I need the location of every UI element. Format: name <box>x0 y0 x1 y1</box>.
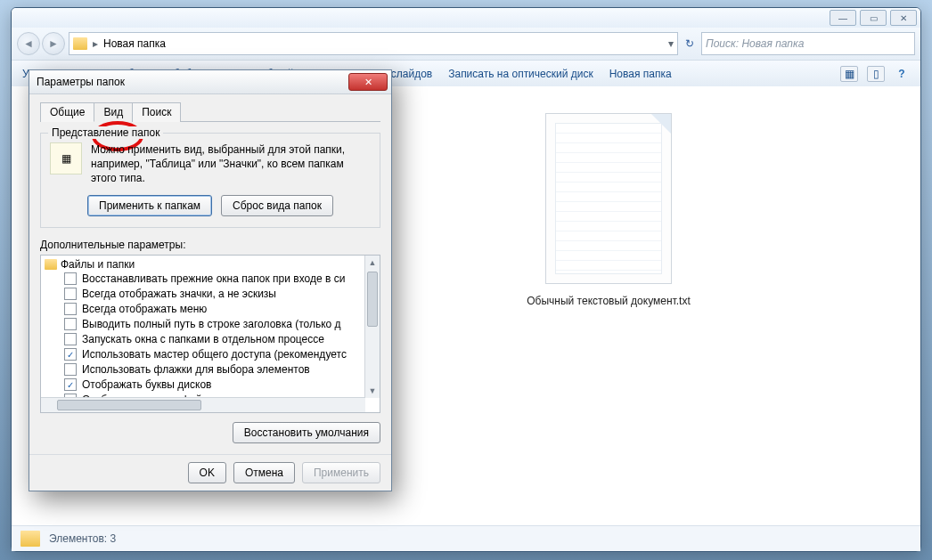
advanced-tree[interactable]: Файлы и папки Восстанавливать прежние ок… <box>40 255 380 413</box>
file-item-txt[interactable]: Обычный текстовый документ.txt <box>519 113 698 307</box>
folder-icon <box>45 259 57 270</box>
group-legend: Представление папок <box>48 126 163 139</box>
cancel-button[interactable]: Отмена <box>233 462 295 483</box>
view-options-icon[interactable]: ▦ <box>840 66 858 82</box>
tree-hscrollbar[interactable] <box>41 397 365 412</box>
folder-options-dialog: Параметры папок ✕ Общие Вид Поиск Предст… <box>29 69 392 491</box>
preview-pane-icon[interactable]: ▯ <box>867 66 885 82</box>
address-bar[interactable]: ▸ Новая папка ▾ <box>69 32 678 55</box>
checkbox[interactable] <box>64 272 77 285</box>
checkbox[interactable] <box>64 363 77 376</box>
file-thumb-txt <box>545 113 672 284</box>
tree-item-label: Восстанавливать прежние окна папок при в… <box>82 272 345 287</box>
toolbar-new-folder[interactable]: Новая папка <box>609 68 672 80</box>
nav-forward-button[interactable]: ► <box>42 32 65 55</box>
folder-icon <box>73 37 87 50</box>
checkbox[interactable] <box>64 318 77 330</box>
search-input[interactable]: Поиск: Новая папка <box>701 32 915 55</box>
dialog-titlebar: Параметры папок ✕ <box>29 70 391 94</box>
text-lines-icon <box>555 123 662 274</box>
scroll-up-arrow[interactable]: ▲ <box>365 256 380 270</box>
checkbox[interactable]: ✓ <box>64 348 77 361</box>
apply-button[interactable]: Применить <box>302 462 380 483</box>
status-bar: Элементов: 3 <box>12 525 920 551</box>
advanced-label: Дополнительные параметры: <box>40 239 380 251</box>
tree-item-label: Использовать мастер общего доступа (реко… <box>82 347 347 362</box>
tree-item[interactable]: Использовать флажки для выбора элементов <box>45 362 378 377</box>
address-folder-name: Новая папка <box>103 37 166 50</box>
tree-item-label: Всегда отображать меню <box>82 302 207 317</box>
group-description: Можно применить вид, выбранный для этой … <box>91 142 371 186</box>
help-icon[interactable]: ? <box>894 67 910 81</box>
checkbox[interactable] <box>64 333 77 345</box>
tree-root-label: Файлы и папки <box>61 258 135 271</box>
tree-item-label: Всегда отображать значки, а не эскизы <box>82 287 276 302</box>
folder-views-group: Представление папок ▦ Можно применить ви… <box>40 133 380 228</box>
status-folder-icon <box>20 531 40 547</box>
explorer-navbar: ◄ ► ▸ Новая папка ▾ ↻ Поиск: Новая папка <box>12 28 920 61</box>
maximize-button[interactable]: ▭ <box>860 10 887 26</box>
tab-view[interactable]: Вид <box>94 102 133 122</box>
tree-item[interactable]: ✓Использовать мастер общего доступа (рек… <box>45 347 378 362</box>
apply-to-folders-button[interactable]: Применить к папкам <box>87 195 212 216</box>
folder-views-icon: ▦ <box>50 142 82 174</box>
tree-root: Файлы и папки <box>45 257 378 272</box>
refresh-button[interactable]: ↻ <box>682 36 698 52</box>
desktop: — ▭ ✕ ◄ ► ▸ Новая папка ▾ ↻ Поиск: Новая… <box>0 0 932 560</box>
tab-search[interactable]: Поиск <box>132 102 181 122</box>
tree-item-label: Запускать окна с папками в отдельном про… <box>82 332 324 347</box>
explorer-titlebar: — ▭ ✕ <box>12 8 920 28</box>
dialog-close-button[interactable]: ✕ <box>348 73 388 91</box>
tree-vscrollbar[interactable]: ▲ ▼ <box>364 256 380 398</box>
tree-item[interactable]: Всегда отображать меню <box>45 302 378 317</box>
close-button[interactable]: ✕ <box>890 10 917 26</box>
dialog-tabs: Общие Вид Поиск <box>40 101 380 122</box>
tree-item[interactable]: Восстанавливать прежние окна папок при в… <box>45 272 378 287</box>
minimize-button[interactable]: — <box>830 10 856 26</box>
tab-general[interactable]: Общие <box>40 102 94 122</box>
tree-item-label: Выводить полный путь в строке заголовка … <box>82 317 341 332</box>
hscroll-thumb[interactable] <box>57 400 201 410</box>
nav-back-button[interactable]: ◄ <box>17 32 40 55</box>
status-item-count: Элементов: 3 <box>49 532 116 545</box>
tree-item[interactable]: Всегда отображать значки, а не эскизы <box>45 287 378 302</box>
restore-defaults-button[interactable]: Восстановить умолчания <box>233 422 380 443</box>
checkbox[interactable]: ✓ <box>64 378 77 391</box>
checkbox[interactable] <box>64 288 77 300</box>
tree-item-label: Использовать флажки для выбора элементов <box>82 362 310 377</box>
tree-item-label: Отображать буквы дисков <box>82 377 211 393</box>
ok-button[interactable]: OK <box>188 462 226 483</box>
tree-item[interactable]: Запускать окна с папками в отдельном про… <box>45 332 378 347</box>
scroll-down-arrow[interactable]: ▼ <box>365 384 380 398</box>
tree-item[interactable]: ✓Отображать буквы дисков <box>45 377 378 393</box>
tree-item[interactable]: Выводить полный путь в строке заголовка … <box>45 317 378 332</box>
dialog-footer: OK Отмена Применить <box>29 454 391 491</box>
dialog-title: Параметры папок <box>37 76 125 88</box>
scroll-thumb[interactable] <box>367 272 378 327</box>
search-placeholder: Поиск: Новая папка <box>706 37 804 50</box>
reset-folders-button[interactable]: Сброс вида папок <box>221 195 333 216</box>
toolbar-burn[interactable]: Записать на оптический диск <box>448 68 593 80</box>
file-name-txt: Обычный текстовый документ.txt <box>527 295 691 307</box>
checkbox[interactable] <box>64 303 77 315</box>
